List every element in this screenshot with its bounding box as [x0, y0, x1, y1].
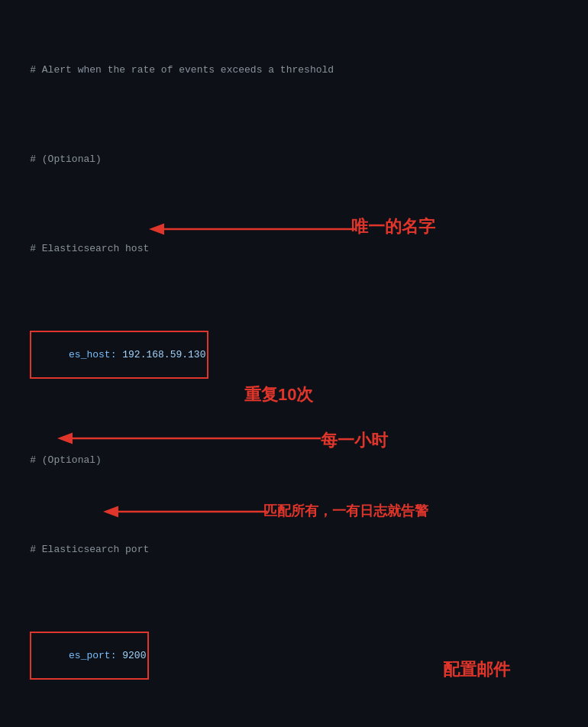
line-2: # (Optional) [6, 137, 582, 183]
line-5: # Elasticsearch port [6, 528, 582, 573]
arrow-match-all [115, 504, 275, 519]
annotation-config-email: 配置邮件 [443, 657, 510, 682]
line-6: es_port: 9200 [6, 617, 582, 695]
arrow-unique-name [160, 221, 359, 244]
annotation-repeat-10: 重复10次 [244, 382, 313, 407]
line-1: # Alert when the rate of events exceeds … [6, 48, 582, 93]
es-host-highlight: es_host: 192.168.59.130 [30, 331, 208, 379]
es-port-highlight: es_port: 9200 [30, 632, 149, 680]
annotation-unique-name: 唯一的名字 [351, 214, 435, 239]
annotation-match-all: 匹配所有，一有日志就告警 [263, 501, 428, 522]
annotation-every-hour: 每一小时 [321, 428, 388, 453]
arrow-every-hour [69, 431, 328, 446]
